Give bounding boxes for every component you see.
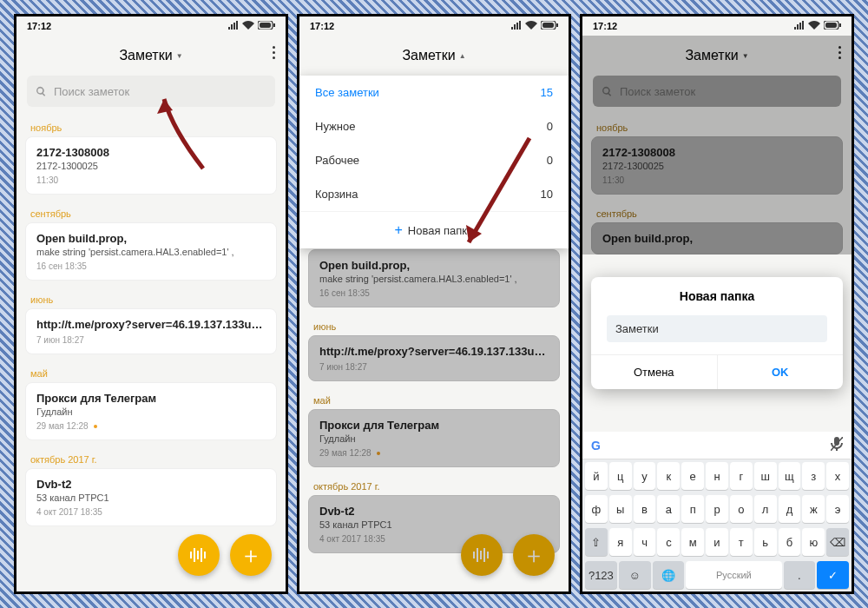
folder-count: 0 bbox=[547, 120, 553, 133]
folder-count: 15 bbox=[541, 86, 553, 99]
note-card[interactable]: http://t.me/proxy?server=46.19.137.133u&… bbox=[25, 308, 277, 354]
folder-item[interactable]: Нужное 0 bbox=[299, 109, 569, 143]
key-л[interactable]: л bbox=[754, 495, 777, 523]
note-card[interactable]: Open build.prop, make string 'persist.ca… bbox=[25, 222, 277, 281]
voice-note-button[interactable] bbox=[178, 534, 220, 576]
header-title-dropdown[interactable]: Заметки ▲ bbox=[402, 48, 465, 63]
note-title: 2172-1308008 bbox=[36, 146, 266, 159]
note-title: http://t.me/proxy?server=46.19.137.133u&… bbox=[319, 345, 549, 358]
folder-label: Корзина bbox=[315, 188, 358, 201]
note-subtitle: Гудлайн bbox=[319, 433, 549, 444]
note-card[interactable]: Прокси для Телеграм Гудлайн 29 мая 12:28 bbox=[25, 382, 277, 440]
search-input[interactable]: Поиск заметок bbox=[27, 76, 275, 107]
key-к[interactable]: к bbox=[657, 462, 680, 490]
note-time: 4 окт 2017 18:35 bbox=[36, 507, 266, 517]
key-и[interactable]: и bbox=[706, 528, 728, 556]
plus-icon: + bbox=[394, 222, 402, 238]
note-subtitle: make string 'persist.camera.HAL3.enabled… bbox=[36, 247, 266, 257]
space-key[interactable]: Русский bbox=[686, 561, 781, 589]
keyboard-suggestion-bar: G bbox=[582, 432, 852, 459]
key-щ[interactable]: щ bbox=[779, 462, 801, 490]
key-ж[interactable]: ж bbox=[802, 495, 825, 523]
key-ф[interactable]: ф bbox=[585, 495, 608, 523]
month-header: сентябрь bbox=[16, 200, 286, 222]
key-й[interactable]: й bbox=[585, 462, 608, 490]
fab-container: ＋ bbox=[461, 534, 555, 576]
note-card: Open build.prop, make string 'persist.ca… bbox=[308, 249, 560, 307]
reminder-dot-icon bbox=[94, 425, 97, 428]
emoji-key[interactable]: ☺ bbox=[619, 561, 651, 589]
key-ц[interactable]: ц bbox=[609, 462, 632, 490]
note-title: Dvb-t2 bbox=[36, 478, 266, 491]
backspace-key[interactable]: ⌫ bbox=[826, 528, 849, 556]
note-subtitle: 53 канал PTPC1 bbox=[36, 492, 266, 503]
key-э[interactable]: э bbox=[826, 495, 849, 523]
folder-item-all[interactable]: Все заметки 15 bbox=[299, 76, 569, 109]
key-г[interactable]: г bbox=[730, 462, 753, 490]
dimmed-background: Заметки▼ Поиск заметок ноябрь 2172-13080… bbox=[582, 36, 852, 254]
key-е[interactable]: е bbox=[681, 462, 704, 490]
svg-rect-18 bbox=[839, 23, 841, 27]
signal-icon bbox=[511, 21, 522, 31]
mode-switch-key[interactable]: ?123 bbox=[585, 561, 617, 589]
note-title: Open build.prop, bbox=[319, 259, 549, 272]
key-н[interactable]: н bbox=[706, 462, 728, 490]
svg-rect-17 bbox=[825, 23, 837, 28]
folder-label: Рабочее bbox=[315, 154, 359, 167]
key-с[interactable]: с bbox=[657, 528, 680, 556]
folder-item-trash[interactable]: Корзина 10 bbox=[299, 177, 569, 211]
period-key[interactable]: . bbox=[784, 561, 816, 589]
status-icons bbox=[794, 21, 841, 31]
new-folder-button[interactable]: + Новая папка bbox=[299, 211, 569, 248]
note-card[interactable]: 2172-1308008 2172-1300025 11:30 bbox=[25, 136, 277, 195]
key-м[interactable]: м bbox=[681, 528, 704, 556]
status-time: 17:12 bbox=[310, 21, 334, 31]
svg-rect-9 bbox=[542, 23, 554, 28]
note-time: 11:30 bbox=[36, 175, 266, 185]
key-ю[interactable]: ю bbox=[802, 528, 825, 556]
month-header: июнь bbox=[16, 286, 286, 308]
key-у[interactable]: у bbox=[634, 462, 656, 490]
cancel-button[interactable]: Отмена bbox=[591, 355, 717, 389]
ok-button[interactable]: OK bbox=[717, 355, 844, 389]
folder-dropdown: Все заметки 15 Нужное 0 Рабочее 0 Корзин… bbox=[299, 76, 569, 248]
key-т[interactable]: т bbox=[730, 528, 753, 556]
key-п[interactable]: п bbox=[681, 495, 704, 523]
shift-key[interactable]: ⇧ bbox=[585, 528, 608, 556]
key-а[interactable]: а bbox=[657, 495, 680, 523]
key-ш[interactable]: ш bbox=[754, 462, 777, 490]
note-subtitle: Гудлайн bbox=[36, 406, 266, 417]
enter-key[interactable]: ✓ bbox=[817, 561, 849, 589]
overflow-menu-icon[interactable] bbox=[273, 46, 275, 59]
language-key[interactable]: 🌐 bbox=[653, 561, 685, 589]
phone-screen-1: 17:12 Заметки ▼ Поиск заметок ноябрь 217… bbox=[14, 14, 288, 594]
note-time: 7 июн 18:27 bbox=[36, 335, 266, 345]
key-х[interactable]: х bbox=[826, 462, 849, 490]
note-title: Прокси для Телеграм bbox=[36, 392, 266, 405]
new-note-button[interactable]: ＋ bbox=[230, 534, 272, 576]
folder-name-input[interactable]: Заметки bbox=[607, 315, 827, 342]
key-д[interactable]: д bbox=[779, 495, 801, 523]
mic-icon[interactable] bbox=[831, 437, 843, 453]
svg-rect-3 bbox=[190, 552, 192, 558]
status-time: 17:12 bbox=[593, 21, 617, 31]
key-р[interactable]: р bbox=[706, 495, 728, 523]
folder-item[interactable]: Рабочее 0 bbox=[299, 143, 569, 177]
header-title-dropdown[interactable]: Заметки ▼ bbox=[119, 48, 182, 63]
fab-container: ＋ bbox=[178, 534, 272, 576]
svg-rect-1 bbox=[260, 23, 271, 28]
key-ь[interactable]: ь bbox=[754, 528, 777, 556]
key-з[interactable]: з bbox=[802, 462, 825, 490]
notes-list[interactable]: ноябрь 2172-1308008 2172-1300025 11:30 с… bbox=[16, 114, 286, 526]
key-ы[interactable]: ы bbox=[609, 495, 632, 523]
key-в[interactable]: в bbox=[634, 495, 656, 523]
status-bar: 17:12 bbox=[582, 17, 852, 36]
google-logo-icon[interactable]: G bbox=[591, 439, 601, 453]
note-card[interactable]: Dvb-t2 53 канал PTPC1 4 окт 2017 18:35 bbox=[25, 468, 277, 526]
key-б[interactable]: б bbox=[779, 528, 801, 556]
key-я[interactable]: я bbox=[609, 528, 632, 556]
chevron-up-icon: ▲ bbox=[459, 52, 466, 60]
key-ч[interactable]: ч bbox=[634, 528, 656, 556]
key-о[interactable]: о bbox=[730, 495, 753, 523]
month-header: июнь bbox=[299, 313, 569, 335]
